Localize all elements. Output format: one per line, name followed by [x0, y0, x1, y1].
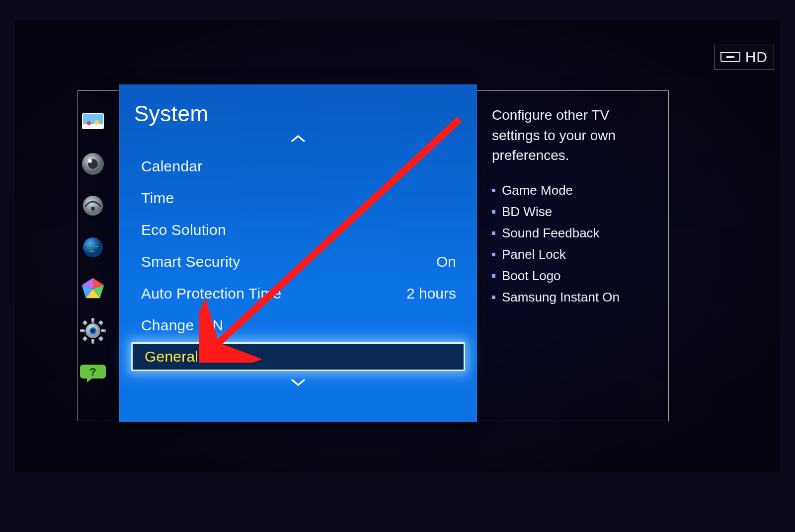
network-icon[interactable]	[79, 192, 107, 220]
svg-point-3	[94, 120, 99, 125]
picture-icon[interactable]	[79, 108, 107, 136]
svg-point-26	[91, 329, 94, 332]
svg-rect-19	[80, 329, 85, 332]
hdmi-label: HD	[745, 49, 768, 66]
menu-item-label: Auto Protection Time	[141, 285, 281, 302]
menu-item-label: General	[145, 348, 198, 365]
category-sidebar: ?	[74, 99, 112, 386]
menu-item-change-pin[interactable]: Change PIN	[129, 309, 467, 341]
menu-item-label: Smart Security	[141, 253, 240, 270]
svg-rect-22	[98, 320, 103, 325]
settings-list: Calendar Time Eco Solution Smart Securit…	[129, 151, 467, 371]
scroll-up[interactable]	[129, 132, 467, 148]
menu-item-value: On	[436, 253, 456, 270]
hdmi-port-icon	[720, 52, 740, 62]
menu-item-calendar[interactable]: Calendar	[129, 151, 467, 182]
svg-point-2	[87, 121, 91, 125]
help-bullet: Sound Feedback	[492, 223, 653, 244]
panel-title: System	[134, 101, 467, 126]
menu-item-time[interactable]: Time	[129, 182, 467, 214]
help-bullets: Game Mode BD Wise Sound Feedback Panel L…	[492, 180, 653, 308]
menu-item-auto-protection-time[interactable]: Auto Protection Time 2 hours	[129, 278, 467, 309]
help-bullet: Samsung Instant On	[492, 287, 653, 308]
svg-point-6	[88, 159, 92, 163]
svg-rect-18	[91, 339, 94, 344]
help-description: Configure other TV settings to your own …	[492, 105, 653, 166]
tv-screen: HD	[15, 20, 780, 472]
settings-panel: System Calendar Time Eco Solution Smart …	[119, 84, 477, 422]
scroll-down[interactable]	[129, 376, 467, 391]
help-bullet: Boot Logo	[492, 265, 653, 287]
svg-point-9	[83, 237, 103, 257]
menu-item-label: Change PIN	[141, 317, 223, 334]
hdmi-indicator: HD	[714, 45, 774, 70]
svg-rect-24	[98, 336, 103, 341]
menu-item-label: Eco Solution	[141, 222, 226, 238]
menu-item-label: Time	[141, 190, 174, 207]
svg-rect-23	[82, 336, 87, 341]
svg-rect-17	[91, 318, 94, 323]
menu-item-eco-solution[interactable]: Eco Solution	[129, 214, 467, 246]
help-bullet: Panel Lock	[492, 244, 653, 265]
smarthub-icon[interactable]	[79, 275, 107, 303]
svg-text:?: ?	[89, 366, 96, 378]
menu-item-smart-security[interactable]: Smart Security On	[129, 246, 467, 278]
svg-point-8	[91, 207, 95, 211]
menu-item-label: Calendar	[141, 158, 202, 175]
menu-item-value: 2 hours	[406, 285, 456, 302]
help-panel: Configure other TV settings to your own …	[492, 105, 653, 308]
help-bullet: Game Mode	[492, 180, 653, 201]
settings-gear-icon[interactable]	[79, 317, 107, 345]
globe-icon[interactable]	[79, 233, 107, 261]
menu-item-general[interactable]: General	[131, 342, 465, 371]
svg-rect-21	[82, 320, 87, 325]
help-bullet: BD Wise	[492, 201, 653, 223]
svg-rect-1	[83, 114, 103, 124]
support-help-icon[interactable]: ?	[79, 359, 107, 386]
svg-rect-20	[101, 329, 106, 332]
speaker-icon[interactable]	[79, 150, 107, 178]
